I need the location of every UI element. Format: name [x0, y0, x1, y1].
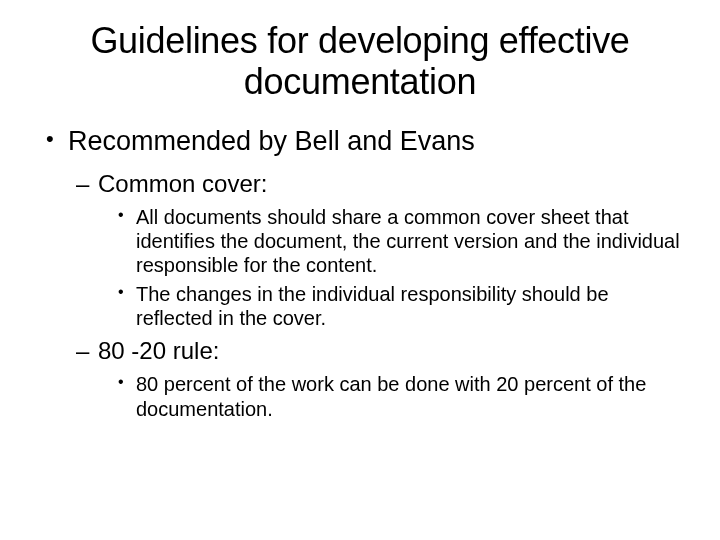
bullet-level2-item: 80 -20 rule: [40, 336, 680, 366]
bullet-level3-item: All documents should share a common cove… [40, 205, 680, 278]
slide-title: Guidelines for developing effective docu… [40, 20, 680, 103]
bullet-level2-item: Common cover: [40, 169, 680, 199]
bullet-level3-item: The changes in the individual responsibi… [40, 282, 680, 331]
bullet-level1-item: Recommended by Bell and Evans [40, 125, 680, 159]
bullet-level3-item: 80 percent of the work can be done with … [40, 372, 680, 421]
